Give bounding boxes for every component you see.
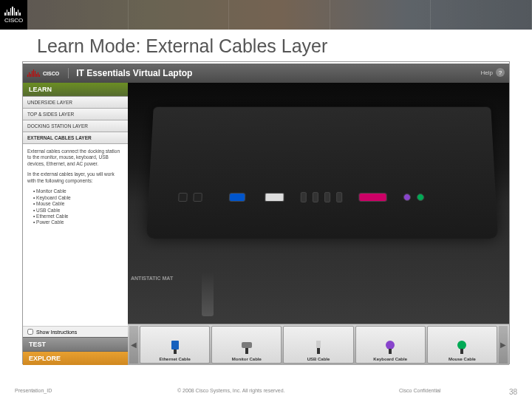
svg-rect-0 bbox=[171, 341, 179, 349]
nav-learn[interactable]: LEARN bbox=[23, 83, 128, 97]
cable-tray: ◀ Ethernet Cable Monitor Cable bbox=[128, 324, 509, 365]
cable-item-mouse[interactable]: Mouse Cable bbox=[427, 326, 497, 364]
list-item: Power Cable bbox=[33, 219, 123, 225]
cisco-bars-icon bbox=[4, 7, 23, 16]
tray-prev-button[interactable]: ◀ bbox=[129, 326, 138, 364]
cable-item-usb[interactable]: USB Cable bbox=[283, 326, 353, 364]
cable-label: Mouse Cable bbox=[449, 357, 476, 361]
usb-port-icon[interactable] bbox=[301, 192, 307, 202]
cable-label: Ethernet Cable bbox=[159, 357, 190, 361]
app-title: IT Essentials Virtual Laptop bbox=[68, 68, 192, 78]
components-list: Monitor Cable Keyboard Cable Mouse Cable… bbox=[27, 188, 123, 226]
list-item: Mouse Cable bbox=[33, 201, 123, 207]
cable-label: Keyboard Cable bbox=[373, 357, 407, 361]
slide-footer: Presentation_ID © 2008 Cisco Systems, In… bbox=[0, 388, 532, 396]
svg-rect-4 bbox=[316, 341, 321, 348]
docking-station[interactable] bbox=[146, 107, 498, 239]
sidebar: LEARN UNDERSIDE LAYER TOP & SIDES LAYER … bbox=[23, 83, 128, 365]
show-instructions-label: Show Instructions bbox=[36, 330, 77, 335]
cable-item-ethernet[interactable]: Ethernet Cable bbox=[140, 326, 210, 364]
instructions-p2: In the external cables layer, you will w… bbox=[27, 171, 123, 184]
ethernet-port-icon[interactable] bbox=[193, 193, 202, 202]
list-item: Ethernet Cable bbox=[33, 214, 123, 219]
app-cisco-logo: CISCO bbox=[23, 69, 64, 77]
svg-rect-7 bbox=[389, 349, 392, 354]
mouse-cable-icon bbox=[452, 338, 471, 357]
cable-item-keyboard[interactable]: Keyboard Cable bbox=[355, 326, 426, 364]
footer-page-number: 38 bbox=[488, 388, 517, 396]
usb-port-icon[interactable] bbox=[324, 192, 330, 202]
usb-port-icon[interactable] bbox=[313, 192, 318, 202]
usb-cable-icon bbox=[309, 338, 328, 357]
nav-layer-underside[interactable]: UNDERSIDE LAYER bbox=[23, 97, 128, 109]
list-item: Monitor Cable bbox=[33, 188, 123, 194]
ps2-mouse-port-icon[interactable] bbox=[417, 194, 424, 201]
header-photo-strip bbox=[27, 0, 532, 30]
cisco-bars-icon bbox=[27, 69, 40, 77]
footer-copyright: © 2008 Cisco Systems, Inc. All rights re… bbox=[177, 388, 399, 396]
keyboard-cable-icon bbox=[381, 338, 400, 357]
ethernet-cable-icon bbox=[166, 338, 185, 357]
instructions-panel: External cables connect the docking stat… bbox=[23, 144, 128, 326]
tray-next-button[interactable]: ▶ bbox=[499, 326, 508, 364]
app-cisco-text: CISCO bbox=[43, 71, 59, 76]
cable-item-monitor[interactable]: Monitor Cable bbox=[211, 326, 282, 364]
show-instructions-toggle[interactable]: Show Instructions bbox=[23, 326, 128, 337]
svg-rect-3 bbox=[245, 348, 248, 354]
svg-point-6 bbox=[386, 341, 395, 349]
monitor-cable-icon bbox=[237, 338, 256, 357]
show-instructions-checkbox[interactable] bbox=[27, 329, 33, 335]
list-item: USB Cable bbox=[33, 208, 123, 214]
instructions-p1: External cables connect the docking stat… bbox=[27, 149, 123, 167]
app-header: CISCO IT Essentials Virtual Laptop Help … bbox=[23, 62, 509, 83]
svg-rect-1 bbox=[174, 349, 177, 354]
nav-layer-top-sides[interactable]: TOP & SIDES LAYER bbox=[23, 109, 128, 120]
cable-label: Monitor Cable bbox=[232, 357, 262, 361]
parallel-port-icon[interactable] bbox=[358, 193, 387, 202]
cisco-logo: CISCO bbox=[0, 0, 27, 30]
footer-presentation-id: Presentation_ID bbox=[15, 388, 177, 396]
help-area: Help ? bbox=[481, 68, 505, 77]
svg-point-8 bbox=[457, 341, 466, 349]
svg-rect-2 bbox=[242, 342, 252, 348]
dvi-port-icon[interactable] bbox=[265, 193, 284, 202]
app-frame: CISCO IT Essentials Virtual Laptop Help … bbox=[22, 61, 510, 364]
nav-layer-external-cables[interactable]: EXTERNAL CABLES LAYER bbox=[23, 132, 128, 144]
ps2-keyboard-port-icon[interactable] bbox=[403, 194, 411, 201]
nav-explore[interactable]: EXPLORE bbox=[23, 351, 128, 365]
workspace-3d-view[interactable]: ANTISTATIC MAT bbox=[128, 83, 509, 324]
cable-label: USB Cable bbox=[307, 357, 330, 361]
cisco-logo-text: CISCO bbox=[4, 17, 23, 24]
slide-header-band: CISCO bbox=[0, 0, 532, 30]
plugged-cable[interactable] bbox=[202, 272, 214, 316]
list-item: Keyboard Cable bbox=[33, 195, 123, 201]
nav-test[interactable]: TEST bbox=[23, 337, 128, 351]
nav-layer-docking[interactable]: DOCKING STATION LAYER bbox=[23, 120, 128, 132]
vga-port-icon[interactable] bbox=[229, 193, 246, 202]
port-row bbox=[177, 179, 489, 216]
footer-confidential: Cisco Confidential bbox=[399, 388, 488, 396]
ethernet-port-icon[interactable] bbox=[178, 193, 188, 202]
svg-rect-9 bbox=[460, 349, 463, 354]
antistatic-mat-label: ANTISTATIC MAT bbox=[131, 276, 173, 281]
svg-rect-5 bbox=[317, 348, 320, 354]
help-icon[interactable]: ? bbox=[496, 68, 505, 77]
help-link[interactable]: Help bbox=[481, 69, 493, 76]
usb-port-icon[interactable] bbox=[336, 192, 342, 202]
slide-title: Learn Mode: External Cables Layer bbox=[0, 30, 532, 61]
workspace: ANTISTATIC MAT ◀ Ethernet Cable Monitor … bbox=[128, 83, 509, 365]
